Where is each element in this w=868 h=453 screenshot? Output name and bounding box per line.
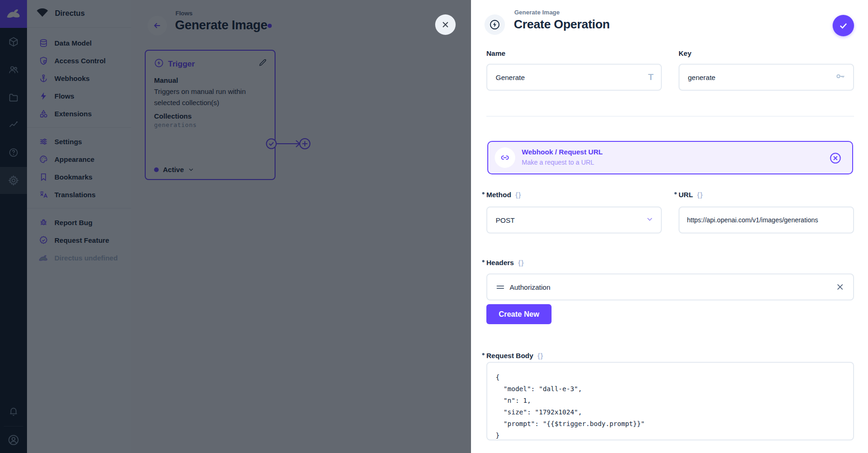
operation-bolt-icon xyxy=(484,14,505,35)
key-icon xyxy=(835,71,846,83)
banner-subtitle: Make a request to a URL xyxy=(522,159,594,166)
header-name: Authorization xyxy=(510,283,551,291)
raw-value-icon[interactable]: {} xyxy=(697,191,703,199)
raw-value-icon[interactable]: {} xyxy=(515,191,521,199)
method-label-row: Method {} xyxy=(486,191,521,199)
method-select[interactable]: POST xyxy=(486,207,662,233)
section-divider xyxy=(486,116,854,117)
headers-label-row: Headers {} xyxy=(486,259,524,266)
drag-handle-icon[interactable] xyxy=(497,286,504,289)
required-dot xyxy=(482,353,484,355)
headers-label: Headers xyxy=(486,259,514,266)
method-value: POST xyxy=(496,216,515,224)
close-drawer-button[interactable] xyxy=(435,14,456,35)
key-label: Key xyxy=(679,49,692,57)
request-body-label: Request Body xyxy=(486,352,533,360)
app-window: Directus Data Model Access Control Webho… xyxy=(0,0,868,453)
required-dot xyxy=(482,192,484,194)
request-body-label-row: Request Body {} xyxy=(486,352,544,360)
code-line: "n": 1, xyxy=(496,395,845,406)
create-new-header-button[interactable]: Create New xyxy=(486,304,552,324)
delete-header-icon[interactable] xyxy=(835,282,845,293)
title-formatter-icon: T xyxy=(648,72,653,82)
clear-operation-type-icon[interactable] xyxy=(829,152,842,167)
url-label-row: URL {} xyxy=(679,191,703,199)
chevron-down-icon xyxy=(646,215,653,225)
banner-title: Webhook / Request URL xyxy=(522,148,603,156)
code-line: { xyxy=(496,372,845,383)
name-input[interactable] xyxy=(487,65,661,90)
code-line: "size": "1792x1024", xyxy=(496,406,845,418)
link-icon xyxy=(495,147,515,168)
url-field xyxy=(679,207,854,233)
code-line: "prompt": "{{$trigger.body.prompt}}" xyxy=(496,418,845,430)
save-operation-button[interactable] xyxy=(833,15,854,36)
key-input[interactable] xyxy=(680,65,853,90)
name-field: T xyxy=(486,64,662,91)
url-input[interactable] xyxy=(680,207,853,233)
code-line: "model": "dall-e-3", xyxy=(496,383,845,395)
check-icon xyxy=(838,20,848,31)
modal-overlay[interactable] xyxy=(0,0,471,453)
create-operation-drawer: Generate Image Create Operation Name T K… xyxy=(471,0,868,453)
code-line: } xyxy=(496,430,845,441)
header-row-authorization[interactable]: Authorization xyxy=(486,273,854,300)
drawer-title: Create Operation xyxy=(514,17,610,32)
name-label: Name xyxy=(486,49,505,57)
drawer-breadcrumb: Generate Image xyxy=(514,9,560,16)
key-field xyxy=(679,64,854,91)
raw-value-icon[interactable]: {} xyxy=(538,352,544,360)
url-label: URL xyxy=(679,191,693,199)
required-dot xyxy=(674,192,677,194)
raw-value-icon[interactable]: {} xyxy=(518,259,524,266)
method-label: Method xyxy=(486,191,511,199)
required-dot xyxy=(482,260,484,262)
request-body-editor[interactable]: { "model": "dall-e-3", "n": 1, "size": "… xyxy=(486,362,854,440)
close-icon xyxy=(441,20,450,29)
operation-type-banner[interactable]: Webhook / Request URL Make a request to … xyxy=(487,141,853,174)
